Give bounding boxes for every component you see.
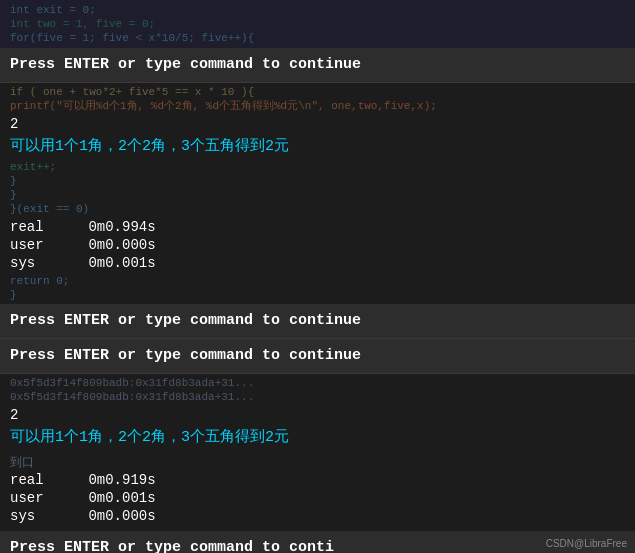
timing-sys-3: sys 0m0.000s [0,507,635,525]
timing-real-1: real 0m0.994s [0,218,635,236]
chinese-result-1: 可以用1个1角，2个2角，3个五角得到2元 [0,133,635,158]
press-enter-text-2: Press ENTER or type command to continue [10,312,361,329]
press-enter-bar-3: Press ENTER or type command to continue [0,339,635,374]
press-enter-bar-4: Press ENTER or type command to conti [0,531,635,553]
timing-user-3: user 0m0.001s [0,489,635,507]
press-enter-text-4: Press ENTER or type command to conti [10,539,334,553]
press-enter-text-3: Press ENTER or type command to continue [10,347,361,364]
press-enter-text-1: Press ENTER or type command to continue [10,56,361,73]
press-enter-bar-1: Press ENTER or type command to continue [0,48,635,83]
code-block-1: int exit = 0; int two = 1, five = 0; for… [0,0,635,48]
terminal: int exit = 0; int two = 1, five = 0; for… [0,0,635,553]
watermark: CSDN@LibraFree [546,538,627,549]
result-number-1: 2 [0,115,635,133]
press-enter-bar-2: Press ENTER or type command to continue [0,304,635,339]
timing-user-1: user 0m0.000s [0,236,635,254]
chinese-result-3: 可以用1个1角，2个2角，3个五角得到2元 [0,424,635,449]
timing-sys-1: sys 0m0.001s [0,254,635,272]
result-number-3: 2 [0,406,635,424]
timing-real-3: real 0m0.919s [0,471,635,489]
